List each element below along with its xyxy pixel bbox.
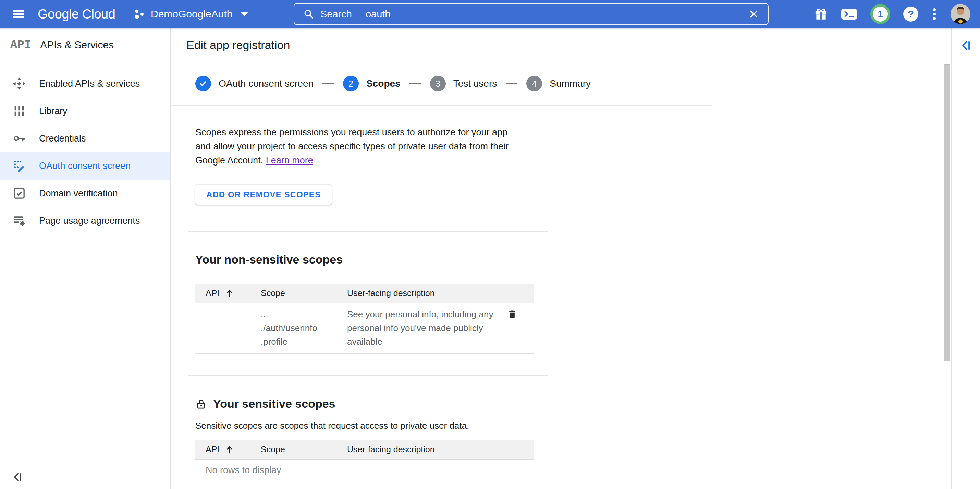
open-side-panel-icon[interactable] [960, 40, 972, 53]
sidebar-item-domain-verification[interactable]: Domain verification [0, 180, 170, 207]
cell-description: See your personal info, including any pe… [347, 307, 500, 349]
step-number: 3 [430, 76, 446, 91]
column-header-description: User-facing description [347, 288, 534, 298]
table-row: .. ./auth/userinfo .profile See your per… [195, 303, 534, 354]
project-selector[interactable]: DemoGoogleAuth [134, 0, 248, 28]
main-content: Edit app registration OAuth consent scre… [171, 28, 951, 489]
cell-api [195, 307, 261, 349]
page-agreements-icon [12, 214, 27, 228]
step-scopes[interactable]: 2 Scopes [343, 76, 401, 91]
enabled-apis-icon [12, 77, 27, 91]
sensitive-scopes-table: API Scope User-facing description No row… [195, 440, 534, 476]
sort-ascending-icon [225, 288, 234, 298]
google-cloud-logo[interactable]: Google Cloud [38, 7, 115, 22]
search-input[interactable] [366, 9, 749, 20]
column-header-scope: Scope [261, 444, 347, 454]
api-product-icon: API [10, 38, 31, 51]
scopes-intro-text: Scopes express the permissions you reque… [195, 126, 523, 167]
notification-count: 1 [878, 9, 883, 19]
collapse-sidebar-icon[interactable] [12, 472, 22, 484]
right-panel-rail [951, 28, 980, 489]
learn-more-link[interactable]: Learn more [266, 155, 313, 166]
step-complete-check-icon [195, 76, 211, 91]
column-header-api[interactable]: API [195, 444, 261, 454]
vertical-scrollbar[interactable] [944, 64, 950, 361]
step-connector [409, 83, 421, 84]
column-header-description: User-facing description [347, 444, 534, 454]
section-divider [188, 231, 548, 232]
search-label: Search [320, 9, 352, 20]
sidebar: API APIs & Services Enabled APIs & servi… [0, 28, 171, 489]
sidebar-header: API APIs & Services [0, 28, 170, 62]
column-header-api[interactable]: API [195, 288, 261, 298]
table-header-row: API Scope User-facing description [195, 284, 534, 303]
notifications-badge[interactable]: 1 [873, 6, 888, 22]
step-number: 2 [343, 76, 359, 91]
column-header-scope: Scope [261, 288, 347, 298]
project-name: DemoGoogleAuth [151, 8, 232, 20]
delete-scope-icon[interactable] [507, 309, 517, 323]
sidebar-item-library[interactable]: Library [0, 97, 170, 125]
sidebar-nav: Enabled APIs & services Library Credenti… [0, 62, 170, 234]
sensitive-scopes-heading: Your sensitive scopes [195, 397, 951, 411]
non-sensitive-scopes-table: API Scope User-facing description .. ./a… [195, 284, 534, 354]
step-oauth-consent-screen[interactable]: OAuth consent screen [195, 76, 313, 91]
sidebar-title: APIs & Services [40, 39, 114, 51]
search-icon [303, 9, 314, 19]
page-title: Edit app registration [186, 38, 290, 52]
step-connector [506, 83, 517, 84]
top-app-bar: Google Cloud DemoGoogleAuth Search [0, 0, 980, 28]
key-icon [12, 132, 27, 145]
step-test-users[interactable]: 3 Test users [430, 76, 497, 91]
section-divider [188, 375, 548, 376]
sort-ascending-icon [225, 445, 234, 454]
chevron-down-icon [240, 12, 248, 16]
search-bar[interactable]: Search [294, 3, 768, 25]
sidebar-item-oauth-consent-screen[interactable]: OAuth consent screen [0, 152, 170, 180]
page-header: Edit app registration [171, 28, 951, 62]
oauth-consent-icon [12, 159, 27, 173]
more-options-icon[interactable] [931, 8, 938, 20]
project-hexagons-icon [134, 8, 145, 20]
table-header-row: API Scope User-facing description [195, 440, 534, 460]
gift-icon[interactable] [814, 7, 828, 21]
step-summary[interactable]: 4 Summary [526, 76, 591, 91]
library-icon [12, 104, 27, 118]
topbar-actions: 1 ? [814, 0, 970, 28]
help-icon[interactable]: ? [903, 6, 918, 22]
sidebar-item-page-usage-agreements[interactable]: Page usage agreements [0, 207, 170, 234]
domain-verification-icon [12, 186, 27, 200]
clear-search-icon[interactable] [749, 9, 759, 19]
cell-scope: .. ./auth/userinfo .profile [261, 307, 347, 349]
non-sensitive-scopes-heading: Your non-sensitive scopes [195, 253, 951, 266]
stepper: OAuth consent screen 2 Scopes 3 Test use… [171, 62, 712, 105]
menu-icon[interactable] [12, 8, 25, 20]
step-number: 4 [526, 76, 542, 91]
page-body: OAuth consent screen 2 Scopes 3 Test use… [171, 62, 951, 489]
user-avatar[interactable] [951, 4, 970, 24]
add-or-remove-scopes-button[interactable]: ADD OR REMOVE SCOPES [195, 185, 332, 205]
step-connector [323, 83, 334, 84]
sidebar-item-credentials[interactable]: Credentials [0, 125, 170, 152]
sidebar-item-enabled-apis[interactable]: Enabled APIs & services [0, 70, 170, 97]
empty-table-message: No rows to display [195, 465, 534, 476]
lock-icon [195, 398, 207, 410]
cloud-shell-icon[interactable] [841, 7, 858, 21]
sensitive-scopes-note: Sensitive scopes are scopes that request… [195, 421, 951, 431]
